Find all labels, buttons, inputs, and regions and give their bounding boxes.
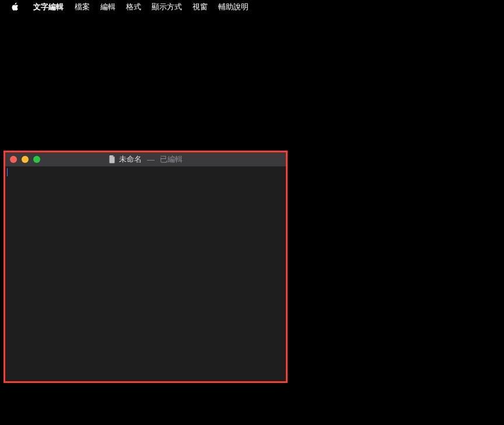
maximize-button[interactable] [33,156,40,163]
text-editor-area[interactable] [5,166,286,381]
window-title: 未命名 [119,154,142,165]
menu-view[interactable]: 顯示方式 [146,0,187,14]
menu-window[interactable]: 視窗 [187,0,213,14]
traffic-lights [10,156,40,163]
menu-app-name[interactable]: 文字編輯 [28,0,69,14]
text-cursor [7,168,8,176]
minimize-button[interactable] [22,156,29,163]
close-button[interactable] [10,156,17,163]
menu-edit[interactable]: 編輯 [95,0,121,14]
menu-file[interactable]: 檔案 [69,0,95,14]
menu-format[interactable]: 格式 [121,0,146,14]
title-container: 未命名 — 已編輯 [108,154,183,165]
menubar: 文字編輯 檔案 編輯 格式 顯示方式 視窗 輔助說明 [0,0,504,14]
menu-help[interactable]: 輔助說明 [213,0,254,14]
title-separator: — [147,155,155,164]
apple-logo-icon[interactable] [10,2,19,12]
window-status: 已編輯 [160,154,183,165]
document-icon [108,155,116,163]
window-titlebar[interactable]: 未命名 — 已編輯 [5,152,286,166]
textedit-window: 未命名 — 已編輯 [4,151,288,383]
